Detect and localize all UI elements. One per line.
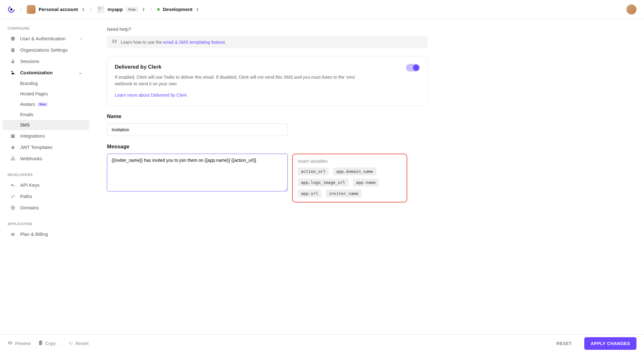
clerk-logo[interactable] [8,6,15,13]
sidebar-item-domains[interactable]: Domains [3,202,89,213]
breadcrumb-separator: / [90,6,92,13]
svg-rect-8 [12,61,14,63]
app-icon [97,6,104,13]
variables-panel: Insert variables action_url app.domain_n… [292,154,407,202]
sidebar-sub-avatars[interactable]: Avatars New [3,99,89,109]
help-link[interactable]: email & SMS templating feature [163,40,225,45]
topbar: / Personal account ▴▾ / myapp Free ▴▾ / … [0,0,644,19]
star-icon [10,145,16,150]
message-label: Message [107,144,428,150]
updown-icon[interactable]: ▴▾ [142,8,146,11]
account-switcher[interactable]: Personal account ▴▾ [27,5,85,14]
svg-point-9 [11,71,13,72]
nav-label: Integrations [20,133,45,139]
main-content: Need help? Learn how to use the email & … [94,19,440,334]
nav-label: Webhooks [20,156,42,161]
var-chip[interactable]: inviter_name [326,190,362,197]
help-label: Need help? [107,26,428,32]
sidebar-item-api-keys[interactable]: API Keys [3,179,89,190]
sidebar-item-customization[interactable]: Customization ⌄ [3,67,89,78]
var-chip[interactable]: action_url [298,167,329,175]
nav-label: Customization [20,70,53,75]
svg-rect-5 [11,48,14,52]
sidebar: CONFIGURE User & Authentication › Organi… [0,19,94,334]
var-chip[interactable]: app.name [353,179,379,186]
user-avatar[interactable] [626,4,636,14]
shield-icon [10,36,16,41]
message-textarea[interactable] [107,154,288,191]
svg-point-12 [12,157,14,158]
chevron-right-icon: › [80,37,82,41]
name-input[interactable] [107,123,288,136]
key-icon [10,183,16,188]
updown-icon[interactable]: ▴▾ [196,8,200,11]
breadcrumb-separator: / [20,6,22,13]
svg-point-13 [11,184,13,186]
vars-title: Insert variables [298,159,402,164]
sidebar-sub-sms[interactable]: SMS [3,120,89,130]
sidebar-item-orgs[interactable]: Organizations Settings [3,44,89,55]
nav-label: User & Authentication [20,36,65,41]
chevron-down-icon: ⌄ [79,71,82,75]
nav-label: Organizations Settings [20,47,68,53]
app-name: myapp [108,7,123,12]
sidebar-item-sessions[interactable]: Sessions [3,56,89,67]
sidebar-sub-hosted-pages[interactable]: Hosted Pages [3,89,89,99]
sidebar-item-plan[interactable]: Plan & Billing [3,229,89,240]
nav-label: Paths [20,194,32,199]
svg-rect-6 [12,49,13,49]
nav-label: API Keys [20,182,40,188]
env-dot-icon [157,8,160,11]
lock-icon [10,59,16,64]
link-icon [10,194,16,199]
palette-icon [10,70,16,75]
help-box: Learn how to use the email & SMS templat… [107,36,428,48]
card-link[interactable]: Learn more about Delivered by Clerk [115,93,187,98]
section-application: APPLICATION [0,219,92,228]
sidebar-sub-branding[interactable]: Branding [3,78,89,88]
sidebar-item-paths[interactable]: Paths [3,191,89,202]
account-name: Personal account [39,7,78,12]
section-configure: CONFIGURE [0,24,92,33]
name-label: Name [107,113,428,120]
card-title: Delivered by Clerk [115,64,161,70]
env-name: Development [163,7,192,12]
tier-badge: Free [126,7,138,12]
updown-icon[interactable]: ▴▾ [81,8,85,11]
sidebar-item-jwt[interactable]: JWT Templates [3,142,89,153]
nav-label: JWT Templates [20,145,53,150]
svg-rect-2 [98,7,100,9]
nav-label: Sessions [20,59,39,64]
svg-rect-16 [11,234,15,234]
sidebar-item-user-auth[interactable]: User & Authentication › [3,33,89,44]
sidebar-item-webhooks[interactable]: Webhooks [3,153,89,164]
sidebar-item-integrations[interactable]: Integrations [3,130,89,141]
svg-rect-4 [98,10,100,12]
vars-chips: action_url app.domain_name app.logo_imag… [298,167,402,197]
billing-icon [10,232,16,237]
nav-label: Plan & Billing [20,231,48,237]
svg-rect-7 [13,49,14,49]
var-chip[interactable]: app.domain_name [333,167,376,175]
app-switcher[interactable]: myapp Free ▴▾ [97,6,146,13]
var-chip[interactable]: app.logo_image_url [298,179,348,186]
account-avatar [27,5,36,14]
webhook-icon [10,156,16,161]
breadcrumb-separator: / [151,6,152,13]
svg-rect-3 [101,7,103,9]
svg-point-1 [10,8,13,10]
globe-icon [10,205,16,210]
var-chip[interactable]: app.url [298,190,321,197]
new-badge: New [37,102,48,106]
delivered-toggle[interactable] [406,64,420,71]
environment-switcher[interactable]: Development ▴▾ [157,7,200,12]
puzzle-icon [10,133,16,139]
delivered-card: Delivered by Clerk If enabled, Clerk wil… [107,56,428,106]
help-text: Learn how to use the email & SMS templat… [121,40,226,45]
book-icon [112,39,117,45]
nav-label: Domains [20,205,39,210]
building-icon [10,48,16,53]
sidebar-sub-emails[interactable]: Emails [3,110,89,120]
section-developers: DEVELOPERS [0,170,92,179]
card-description: If enabled, Clerk will use Twilio to del… [115,74,373,87]
